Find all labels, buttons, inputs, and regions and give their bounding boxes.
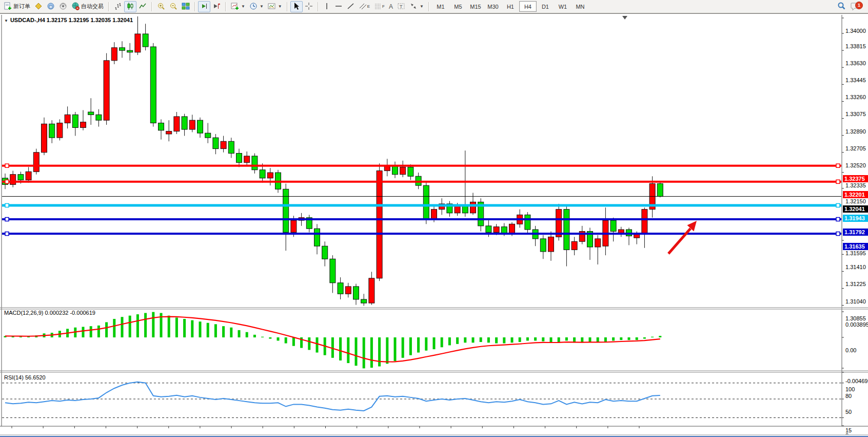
tile-windows-button[interactable]	[180, 1, 192, 12]
candle-body	[400, 167, 406, 174]
price-tick-label: 1.33075	[845, 111, 866, 117]
price-line-handle[interactable]	[836, 203, 840, 207]
price-line[interactable]	[2, 196, 841, 197]
timeframe-m1[interactable]: M1	[432, 1, 449, 12]
price-line-handle[interactable]	[5, 232, 9, 236]
signal-icon	[59, 2, 67, 11]
macd-histogram-bar	[565, 337, 568, 340]
macd-histogram-bar	[487, 337, 490, 343]
price-line[interactable]	[2, 165, 841, 167]
price-line-handle[interactable]	[836, 232, 840, 236]
macd-histogram-bar	[456, 337, 459, 344]
candle-body	[447, 204, 452, 213]
price-line-handle[interactable]	[5, 180, 9, 183]
candle-body	[439, 204, 445, 210]
candlestick-chart-button[interactable]	[124, 1, 136, 12]
candle-body	[252, 156, 258, 170]
chart-profiles-button[interactable]	[32, 1, 45, 12]
price-line-handle[interactable]	[836, 180, 840, 183]
auto-scroll-button[interactable]	[198, 1, 210, 12]
autotrade-label: 自动交易	[81, 3, 104, 10]
macd-histogram-bar	[35, 335, 37, 337]
price-line-handle[interactable]	[5, 217, 9, 221]
macd-histogram-bar	[308, 337, 310, 350]
price-line[interactable]	[2, 204, 841, 206]
price-line[interactable]	[2, 218, 841, 220]
signals-button[interactable]	[57, 1, 69, 12]
macd-histogram-bar	[448, 337, 451, 345]
arrows-tool-button[interactable]: ▼	[407, 1, 426, 12]
chart-shift-end-marker	[622, 16, 627, 20]
price-line[interactable]	[2, 233, 841, 235]
candle-body	[548, 237, 554, 252]
timeframe-m15[interactable]: M15	[467, 1, 484, 12]
price-line[interactable]	[2, 181, 841, 183]
candle-body	[462, 206, 468, 213]
fibonacci-button[interactable]: F	[372, 1, 387, 12]
market-watch-button[interactable]	[45, 1, 57, 12]
text-label-icon: T	[397, 2, 405, 11]
candle-body	[564, 210, 569, 250]
timeframe-mn[interactable]: MN	[571, 1, 589, 12]
periods-button[interactable]: ▼	[247, 1, 266, 12]
timeframe-m5[interactable]: M5	[449, 1, 467, 12]
timeframe-d1[interactable]: D1	[537, 1, 554, 12]
macd-histogram-bar	[152, 312, 154, 337]
candle-body	[431, 210, 437, 219]
new-order-button[interactable]: 新订单	[2, 1, 32, 12]
channel-button[interactable]: E	[357, 1, 372, 12]
autotrade-button[interactable]: 自动交易	[69, 1, 106, 12]
candle-body	[353, 287, 359, 299]
notifications-button[interactable]: 1	[848, 1, 862, 12]
macd-histogram-bar	[97, 326, 100, 337]
horizontal-line-button[interactable]	[332, 1, 345, 12]
search-button[interactable]	[835, 1, 848, 12]
price-tick-label: 1.33815	[845, 43, 866, 49]
macd-histogram-bar	[230, 328, 232, 337]
rsi-line	[5, 382, 660, 411]
macd-axis-label: 0.00	[845, 347, 856, 353]
zoom-out-button[interactable]	[167, 1, 180, 12]
chart-shift-button[interactable]	[210, 1, 223, 12]
timeframe-h4[interactable]: H4	[519, 1, 537, 12]
macd-name: MACD(12,26,9)	[4, 310, 43, 316]
candle-body	[135, 34, 141, 52]
price-line-handle[interactable]	[5, 164, 9, 167]
candle-body	[509, 224, 515, 233]
rsi-axis-label: 50	[845, 409, 852, 415]
clock-icon	[249, 2, 258, 11]
cursor-button[interactable]	[290, 1, 303, 12]
text-label-button[interactable]: T	[395, 1, 407, 12]
chart-collapse-arrow[interactable]: ▼	[4, 18, 8, 23]
candle-body	[260, 170, 265, 178]
toolbar-separator	[428, 2, 429, 11]
timeframe-w1[interactable]: W1	[554, 1, 571, 12]
indicators-button[interactable]: ▼	[229, 1, 247, 12]
templates-button[interactable]: ▼	[266, 1, 284, 12]
timeframe-m30[interactable]: M30	[484, 1, 502, 12]
zoom-in-button[interactable]	[155, 1, 167, 12]
price-line-handle[interactable]	[836, 217, 840, 221]
trendline-icon	[347, 2, 355, 11]
timeframe-h1[interactable]: H1	[502, 1, 519, 12]
price-tick-label: 1.31595	[845, 250, 866, 256]
arrow-annotation-shaft[interactable]	[668, 229, 691, 254]
price-line-handle[interactable]	[836, 164, 840, 167]
candle-body	[408, 167, 413, 176]
macd-histogram-bar	[386, 337, 388, 364]
macd-values: 0.000232 -0.000619	[45, 310, 95, 316]
candle-body	[88, 112, 94, 115]
macd-histogram-bar	[58, 331, 61, 337]
zoom-in-icon	[157, 2, 165, 11]
fibonacci-letter: F	[382, 4, 385, 9]
crosshair-button[interactable]	[303, 1, 315, 12]
text-button[interactable]: A	[387, 1, 395, 12]
arrow-annotation-head[interactable]	[687, 221, 697, 232]
vertical-line-button[interactable]	[321, 1, 332, 12]
line-chart-button[interactable]	[136, 1, 149, 12]
bar-chart-button[interactable]	[112, 1, 124, 12]
macd-histogram-bar	[246, 332, 248, 337]
price-line-handle[interactable]	[5, 203, 9, 207]
trendline-button[interactable]	[345, 1, 357, 12]
price-tick-label: 1.30855	[845, 315, 866, 321]
